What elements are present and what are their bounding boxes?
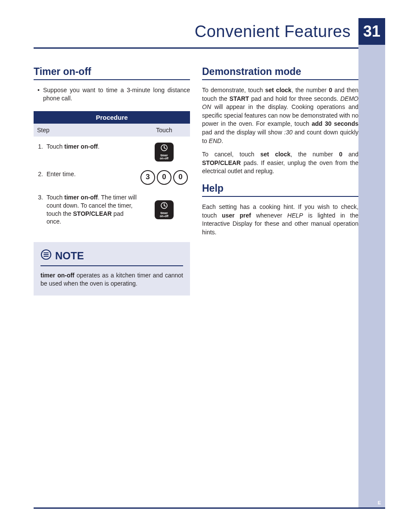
step-touch-icon: timeron-off xyxy=(138,187,190,229)
step-text: Touch timer on-off. The timer will count… xyxy=(45,187,138,229)
section-rule xyxy=(34,79,190,80)
help-paragraph: Each setting has a cooking hint. If you … xyxy=(202,203,358,236)
table-row: 2. Enter time. 3 0 0 xyxy=(34,164,190,187)
section-rule xyxy=(202,196,358,197)
right-column: Demonstration mode To demonstrate, touch… xyxy=(202,66,358,296)
note-body: timer on-off operates as a kitchen timer… xyxy=(40,271,183,288)
note-label: NOTE xyxy=(55,250,84,262)
step-touch-icon: timeron-off xyxy=(138,137,190,164)
section-rule xyxy=(202,79,358,80)
digit-button: 0 xyxy=(157,170,171,185)
timer-on-off-icon: timeron-off xyxy=(155,200,174,219)
col-step: Step xyxy=(34,124,138,137)
note-block: NOTE timer on-off operates as a kitchen … xyxy=(34,242,190,296)
header-rule xyxy=(34,47,358,49)
digit-button: 0 xyxy=(173,170,188,185)
page-header: Convenient Features 31 xyxy=(34,18,385,45)
svg-line-5 xyxy=(164,205,165,206)
demo-paragraph-1: To demonstrate, touch set clock, the num… xyxy=(202,86,358,145)
clock-icon xyxy=(160,202,168,211)
step-text: Enter time. xyxy=(45,164,138,187)
svg-line-2 xyxy=(164,148,165,149)
note-rule xyxy=(40,265,183,266)
step-text: Touch timer on-off. xyxy=(45,137,138,164)
footer-rule xyxy=(34,507,385,509)
note-icon xyxy=(40,249,52,263)
timer-on-off-icon: timeron-off xyxy=(155,143,174,162)
table-row: 1. Touch timer on-off. timeron-off xyxy=(34,137,190,164)
procedure-header: Procedure xyxy=(34,111,190,124)
step-touch-digits: 3 0 0 xyxy=(138,164,190,187)
left-column: Timer on-off Suppose you want to time a … xyxy=(34,66,190,296)
procedure-table: Procedure Step Touch 1. Touch timer on-o… xyxy=(34,111,190,229)
demo-section-title: Demonstration mode xyxy=(202,66,358,78)
col-touch: Touch xyxy=(138,124,190,137)
digit-button: 3 xyxy=(140,170,155,185)
right-gutter xyxy=(358,45,385,509)
table-row: 3. Touch timer on-off. The timer will co… xyxy=(34,187,190,229)
digit-buttons: 3 0 0 xyxy=(140,170,188,185)
timer-intro: Suppose you want to time a 3-minute long… xyxy=(34,86,190,103)
step-number: 1. xyxy=(34,137,45,164)
footer-lang: E xyxy=(378,500,381,505)
demo-paragraph-2: To cancel, touch set clock, the number 0… xyxy=(202,150,358,176)
timer-section-title: Timer on-off xyxy=(34,66,190,78)
step-number: 3. xyxy=(34,187,45,229)
note-heading: NOTE xyxy=(40,249,183,265)
clock-icon xyxy=(160,144,168,153)
page-number: 31 xyxy=(358,18,385,45)
step-number: 2. xyxy=(34,164,45,187)
help-section-title: Help xyxy=(202,183,358,194)
page-title: Convenient Features xyxy=(34,18,358,45)
